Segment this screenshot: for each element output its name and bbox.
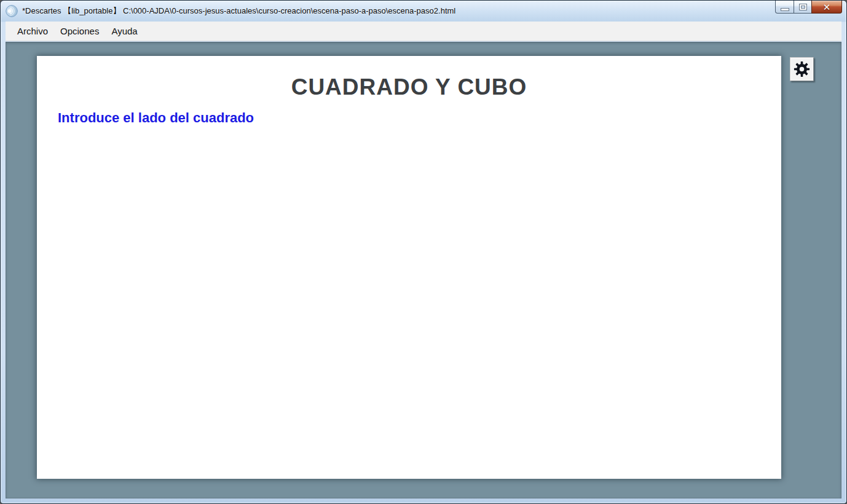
menu-item-archivo[interactable]: Archivo [11,23,54,39]
maximize-icon [800,4,806,10]
editor-background: CUADRADO Y CUBO Introduce el lado del cu… [6,42,841,498]
menu-item-ayuda[interactable]: Ayuda [105,23,143,39]
application-window: *Descartes 【lib_portable】 C:\000-AJDA\0-… [0,0,847,504]
scene-canvas: CUADRADO Y CUBO Introduce el lado del cu… [37,56,781,479]
window-controls: ✕ [776,1,842,14]
scene-title: CUADRADO Y CUBO [37,74,781,100]
titlebar[interactable]: *Descartes 【lib_portable】 C:\000-AJDA\0-… [1,1,846,22]
menu-item-opciones[interactable]: Opciones [54,23,105,39]
descartes-logo-icon[interactable] [6,5,18,17]
menubar: Archivo Opciones Ayuda [6,22,841,41]
scene-config-button[interactable] [790,57,814,81]
gear-icon [793,60,811,78]
scene-prompt: Introduce el lado del cuadrado [58,110,781,126]
window-title: *Descartes 【lib_portable】 C:\000-AJDA\0-… [22,6,455,17]
minimize-icon [781,9,789,10]
maximize-button[interactable] [794,1,812,14]
minimize-button[interactable] [775,1,794,14]
close-icon: ✕ [823,2,831,12]
close-button[interactable]: ✕ [811,1,842,14]
